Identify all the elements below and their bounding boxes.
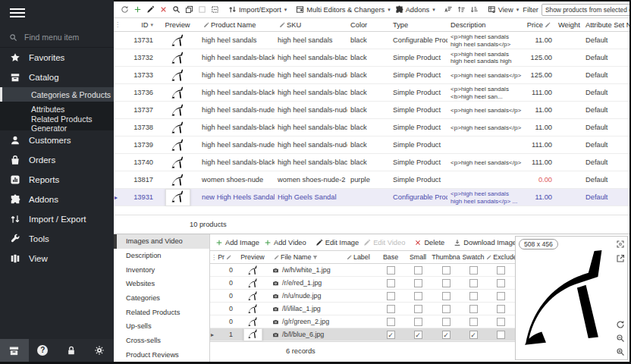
- thumbnail-checkbox[interactable]: [442, 279, 450, 287]
- col-header-small[interactable]: Small: [404, 253, 432, 261]
- sidebar-item-view[interactable]: View: [0, 249, 114, 268]
- edit-image-button[interactable]: Edit Image: [313, 235, 361, 250]
- col-header-description[interactable]: Description: [447, 21, 525, 29]
- refresh-button[interactable]: [118, 2, 131, 17]
- exclude-checkbox[interactable]: [497, 318, 505, 326]
- expand-rows-button[interactable]: [455, 2, 468, 17]
- collapse-rows-button[interactable]: [468, 2, 481, 17]
- image-row[interactable]: 0 /l/i/lilac_1.jpg: [210, 303, 516, 315]
- tab-related-products[interactable]: Related Products: [114, 305, 209, 319]
- paste-special-button[interactable]: [209, 2, 221, 17]
- col-header-file-name[interactable]: File Name: [269, 253, 342, 261]
- sidebar-item-customers[interactable]: Customers: [0, 130, 114, 150]
- product-row[interactable]: 13736 high heel sandals-black-36 high he…: [114, 84, 629, 102]
- help-button[interactable]: ?: [29, 339, 58, 362]
- store-button[interactable]: [0, 339, 29, 362]
- base-checkbox[interactable]: [387, 266, 395, 275]
- base-checkbox[interactable]: [387, 318, 395, 326]
- small-checkbox[interactable]: [414, 305, 422, 313]
- product-row[interactable]: 13737 high heel sandals-nude-36 high hee…: [114, 102, 629, 119]
- image-preview[interactable]: 508 x 456: [515, 236, 628, 360]
- edit-product-button[interactable]: [144, 2, 157, 17]
- thumbnail-checkbox[interactable]: ✓: [442, 331, 450, 339]
- image-row[interactable]: 0 /n/u/nude.jpg: [210, 290, 516, 303]
- add-image-button[interactable]: Add Image: [213, 235, 262, 250]
- tab-product-reviews[interactable]: Product Reviews: [114, 347, 209, 362]
- settings-button[interactable]: [86, 339, 115, 362]
- base-checkbox[interactable]: [387, 305, 395, 313]
- sidebar-item-import-export[interactable]: Import / Export: [0, 209, 114, 229]
- multi-editors-button[interactable]: Multi Editors & Changers ▾: [294, 2, 392, 17]
- sidebar-item-related-products-generator[interactable]: Related Products Generator: [0, 116, 114, 130]
- product-row[interactable]: 13740 high heel sandals-black-38 high he…: [114, 154, 629, 171]
- swatch-checkbox[interactable]: [469, 305, 478, 313]
- col-header-attribute-set[interactable]: Attribute Set Name: [582, 21, 629, 29]
- product-row[interactable]: 13733 high heel sandals-nude high heel s…: [114, 67, 629, 84]
- addons-button[interactable]: Addons ▾: [393, 2, 438, 17]
- delete-product-button[interactable]: [157, 2, 170, 17]
- swatch-checkbox[interactable]: [469, 279, 478, 287]
- tab-description[interactable]: Description: [114, 249, 209, 263]
- sidebar-item-favorites[interactable]: Favorites: [0, 48, 114, 67]
- swatch-checkbox[interactable]: [469, 318, 478, 326]
- base-checkbox[interactable]: ✓: [387, 331, 395, 339]
- edit-video-button[interactable]: Edit Video: [361, 235, 407, 250]
- small-checkbox[interactable]: [414, 292, 422, 300]
- download-image-button[interactable]: Download Image: [451, 235, 516, 250]
- header-handle-icon[interactable]: ⋮: [210, 254, 218, 261]
- sidebar-search[interactable]: [0, 27, 114, 48]
- col-header-swatch[interactable]: Swatch: [460, 253, 486, 261]
- product-row[interactable]: 13738 high heel sandals-black-37 high he…: [114, 119, 629, 136]
- filter-select[interactable]: Show products from selected categories ▾: [542, 4, 629, 16]
- thumbnail-checkbox[interactable]: [442, 266, 450, 275]
- base-checkbox[interactable]: [387, 279, 395, 287]
- sidebar-item-addons[interactable]: Addons: [0, 190, 114, 209]
- swatch-checkbox[interactable]: [469, 266, 478, 275]
- tab-up-sells[interactable]: Up-sells: [114, 319, 209, 334]
- exclude-checkbox[interactable]: [497, 305, 505, 313]
- tab-inventory[interactable]: Inventory: [114, 262, 209, 277]
- paste-button[interactable]: [196, 2, 209, 17]
- zoom-in-icon[interactable]: [616, 347, 625, 356]
- tab-websites[interactable]: Websites: [114, 277, 209, 291]
- sort-az-button[interactable]: [442, 2, 455, 17]
- import-export-button[interactable]: Import/Export ▾: [226, 2, 289, 17]
- small-checkbox[interactable]: ✓: [414, 331, 422, 339]
- col-header-price[interactable]: Price: [525, 21, 555, 29]
- search-input[interactable]: [24, 33, 100, 42]
- sidebar-item-tools[interactable]: Tools: [0, 229, 114, 249]
- exclude-checkbox[interactable]: [497, 292, 505, 300]
- sidebar-item-orders[interactable]: Orders: [0, 150, 114, 170]
- image-row[interactable]: 0 /g/r/green_2.jpg: [210, 315, 516, 328]
- zoom-out-icon[interactable]: [616, 334, 625, 343]
- sidebar-item-catalog[interactable]: Catalog: [0, 67, 114, 87]
- small-checkbox[interactable]: [414, 318, 422, 326]
- product-row[interactable]: 13731 high heel sandals high heel sandal…: [114, 32, 629, 49]
- exclude-checkbox[interactable]: [497, 279, 505, 287]
- search-products-button[interactable]: [170, 2, 183, 17]
- col-header-thumbnail[interactable]: Thumbna: [432, 253, 460, 261]
- exclude-checkbox[interactable]: [497, 331, 505, 339]
- header-handle-icon[interactable]: ⋮: [114, 21, 123, 28]
- col-header-preview[interactable]: Preview: [156, 21, 199, 29]
- tab-categories[interactable]: Categories: [114, 291, 209, 306]
- view-button[interactable]: View ▾: [485, 2, 522, 17]
- tab-images-and-video[interactable]: Images and Video: [114, 234, 209, 249]
- col-header-color[interactable]: Color: [347, 21, 390, 29]
- swatch-checkbox[interactable]: ✓: [469, 331, 478, 339]
- product-row[interactable]: 13739 high heel sandals-nude-37 high hee…: [114, 136, 629, 154]
- col-header-type[interactable]: Type: [390, 21, 447, 29]
- delete-image-button[interactable]: Delete: [412, 235, 447, 250]
- thumbnail-checkbox[interactable]: [442, 318, 450, 326]
- sidebar-item-categories-products[interactable]: Categories & Products: [0, 87, 114, 102]
- product-row[interactable]: 13817 women shoes-nude women shoes-nude-…: [114, 171, 629, 189]
- open-external-icon[interactable]: [616, 254, 625, 263]
- col-header-weight[interactable]: Weight: [555, 21, 582, 29]
- col-header-id[interactable]: ID▾: [123, 21, 156, 29]
- lock-button[interactable]: [57, 339, 86, 362]
- col-header-exclude[interactable]: Exclude: [486, 253, 516, 261]
- product-row[interactable]: 13732 high heel sandals-black high heel …: [114, 49, 629, 67]
- col-header-label[interactable]: Label: [342, 253, 377, 261]
- col-header-base[interactable]: Base: [377, 253, 404, 261]
- product-row-selected[interactable]: ▸ 13931 new High Heels Sandals High Geel…: [114, 189, 629, 206]
